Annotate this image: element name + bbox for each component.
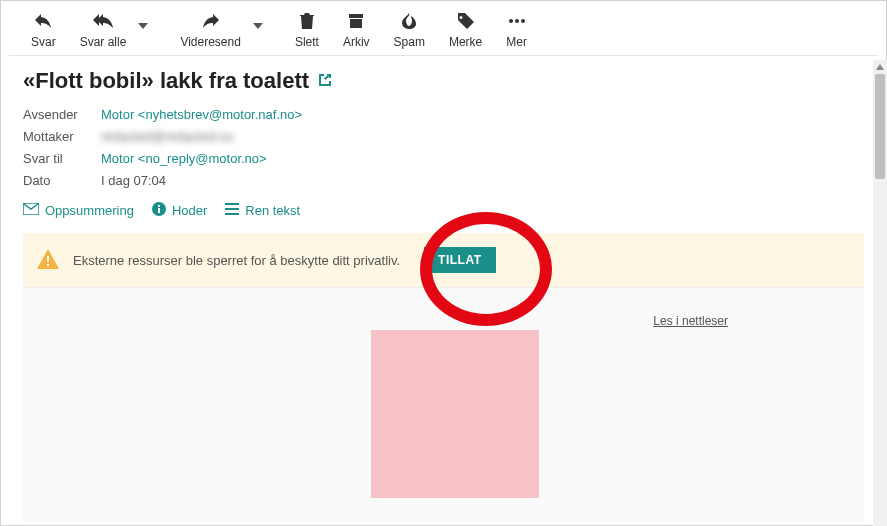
scroll-thumb[interactable] xyxy=(875,74,885,179)
delete-label: Slett xyxy=(295,35,319,49)
open-external-icon[interactable] xyxy=(317,68,333,94)
forward-button[interactable]: Videresend xyxy=(168,11,253,49)
replyto-value[interactable]: Motor <no_reply@motor.no> xyxy=(101,148,267,170)
headers-label: Hoder xyxy=(172,203,207,218)
mark-label: Merke xyxy=(449,35,482,49)
svg-rect-7 xyxy=(225,208,239,210)
date-label: Dato xyxy=(23,170,101,192)
subject-line: «Flott bobil» lakk fra toalett xyxy=(23,68,864,94)
archive-icon xyxy=(348,11,364,31)
blocked-message: Eksterne ressurser ble sperret for å bes… xyxy=(73,253,400,268)
svg-rect-10 xyxy=(47,264,49,266)
svg-point-0 xyxy=(509,19,513,23)
list-icon xyxy=(225,203,239,218)
reply-all-label: Svar alle xyxy=(80,35,127,49)
summary-label: Oppsummering xyxy=(45,203,134,218)
reply-all-button[interactable]: Svar alle xyxy=(68,11,139,49)
header-row-sender: Avsender Motor <nyhetsbrev@motor.naf.no> xyxy=(23,104,864,126)
forward-label: Videresend xyxy=(180,35,241,49)
svg-rect-5 xyxy=(158,205,160,207)
svg-rect-9 xyxy=(47,256,49,262)
warning-icon xyxy=(37,249,59,272)
envelope-icon xyxy=(23,203,39,218)
recipient-label: Mottaker xyxy=(23,126,101,148)
reply-icon xyxy=(35,11,51,31)
allow-button[interactable]: TILLAT xyxy=(424,247,495,273)
header-row-replyto: Svar til Motor <no_reply@motor.no> xyxy=(23,148,864,170)
info-icon xyxy=(152,202,166,219)
reply-all-icon xyxy=(93,11,113,31)
recipient-value: redacted@redacted.no xyxy=(101,126,233,148)
trash-icon xyxy=(300,11,314,31)
read-in-browser-link[interactable]: Les i nettleser xyxy=(653,314,728,328)
reply-label: Svar xyxy=(31,35,56,49)
dots-icon xyxy=(509,11,525,31)
delete-button[interactable]: Slett xyxy=(283,11,331,49)
message-content: «Flott bobil» lakk fra toalett Avsender … xyxy=(1,56,886,522)
vertical-scrollbar[interactable] xyxy=(873,60,887,526)
more-label: Mer xyxy=(506,35,527,49)
plaintext-action[interactable]: Ren tekst xyxy=(225,203,300,218)
flame-icon xyxy=(402,11,416,31)
sender-value[interactable]: Motor <nyhetsbrev@motor.naf.no> xyxy=(101,104,302,126)
svg-rect-8 xyxy=(225,213,239,215)
forward-icon xyxy=(203,11,219,31)
tag-icon xyxy=(458,11,474,31)
svg-point-1 xyxy=(515,19,519,23)
svg-point-2 xyxy=(521,19,525,23)
spam-button[interactable]: Spam xyxy=(382,11,437,49)
scroll-track[interactable] xyxy=(873,60,887,526)
svg-rect-4 xyxy=(158,208,160,213)
replyto-label: Svar til xyxy=(23,148,101,170)
header-row-date: Dato I dag 07:04 xyxy=(23,170,864,192)
plaintext-label: Ren tekst xyxy=(245,203,300,218)
summary-action[interactable]: Oppsummering xyxy=(23,203,134,218)
blocked-image-placeholder xyxy=(371,330,539,498)
forward-caret[interactable] xyxy=(253,11,265,32)
headers-action[interactable]: Hoder xyxy=(152,202,207,219)
mark-button[interactable]: Merke xyxy=(437,11,494,49)
message-toolbar: Svar Svar alle Videresend Slett xyxy=(9,1,878,56)
spam-label: Spam xyxy=(394,35,425,49)
sender-label: Avsender xyxy=(23,104,101,126)
date-value: I dag 07:04 xyxy=(101,170,166,192)
more-button[interactable]: Mer xyxy=(494,11,539,49)
meta-actions: Oppsummering Hoder Ren tekst xyxy=(23,202,864,219)
archive-label: Arkiv xyxy=(343,35,370,49)
svg-rect-6 xyxy=(225,203,239,205)
header-row-recipient: Mottaker redacted@redacted.no xyxy=(23,126,864,148)
blocked-resources-bar: Eksterne ressurser ble sperret for å bes… xyxy=(23,233,864,287)
reply-all-caret[interactable] xyxy=(138,11,150,32)
reply-button[interactable]: Svar xyxy=(19,11,68,49)
archive-button[interactable]: Arkiv xyxy=(331,11,382,49)
email-body: Les i nettleser xyxy=(23,287,864,522)
subject-text: «Flott bobil» lakk fra toalett xyxy=(23,68,309,94)
